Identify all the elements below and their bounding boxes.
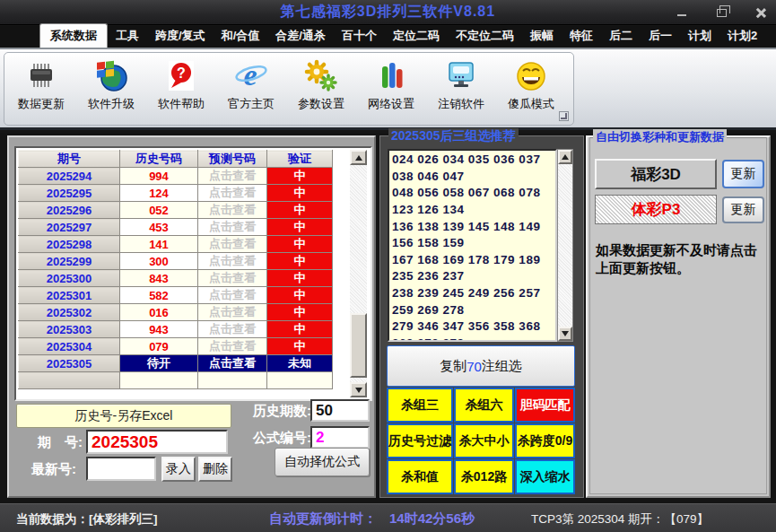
scrollbar-thumb[interactable] bbox=[350, 313, 367, 378]
table-scrollbar[interactable] bbox=[350, 150, 367, 397]
scroll-up-icon[interactable] bbox=[350, 150, 367, 165]
table-row: 2025300843点击查看中 bbox=[19, 270, 333, 287]
period-cell[interactable]: 2025297 bbox=[19, 219, 120, 236]
period-cell[interactable]: 2025299 bbox=[19, 253, 120, 270]
statusbar: 当前数据为：[体彩排列三] 自动更新倒计时：14时42分56秒 TCP3第 20… bbox=[0, 503, 776, 532]
period-cell[interactable]: 2025305 bbox=[19, 355, 120, 372]
tab-hundred-ten[interactable]: 百十个 bbox=[334, 24, 385, 48]
predict-link[interactable]: 点击查看 bbox=[198, 355, 267, 372]
logout-software-button[interactable]: 注销软件 bbox=[426, 55, 496, 123]
table-header-row: 期号 历史号码 预测号码 验证 bbox=[19, 151, 333, 168]
enter-button[interactable]: 录入 bbox=[161, 457, 196, 482]
software-upgrade-button[interactable]: 软件升级 bbox=[76, 55, 146, 123]
predict-link[interactable]: 点击查看 bbox=[198, 185, 267, 202]
tab-plan[interactable]: 计划 bbox=[680, 24, 719, 48]
predict-link[interactable]: 点击查看 bbox=[198, 287, 267, 304]
predict-link[interactable]: 点击查看 bbox=[198, 236, 267, 253]
tool-label: 网络设置 bbox=[368, 96, 414, 112]
period-cell bbox=[19, 372, 120, 389]
scroll-down-icon[interactable] bbox=[350, 382, 367, 397]
restore-button[interactable] bbox=[713, 5, 729, 20]
close-button[interactable] bbox=[753, 5, 769, 20]
chip-icon bbox=[23, 58, 59, 94]
save-excel-button[interactable]: 历史号-另存Excel bbox=[16, 404, 231, 428]
auto-formula-button[interactable]: 自动择优公式 bbox=[275, 448, 370, 476]
tab-position-2code[interactable]: 定位二码 bbox=[385, 24, 448, 48]
tab-span-compound[interactable]: 跨度/复式 bbox=[147, 24, 214, 48]
predict-link[interactable]: 点击查看 bbox=[198, 253, 267, 270]
numbers-scrollbar[interactable] bbox=[557, 149, 573, 342]
history-count-input[interactable]: 50 bbox=[310, 399, 370, 422]
titlebar: 第七感福彩3D排列三软件V8.81 bbox=[0, 0, 776, 25]
minimize-button[interactable] bbox=[674, 5, 690, 20]
verify-cell: 中 bbox=[267, 185, 333, 202]
fucai-3d-button[interactable]: 福彩3D bbox=[595, 159, 717, 189]
kill-group6-button[interactable]: 杀组六 bbox=[454, 388, 514, 423]
history-cell: 300 bbox=[120, 253, 198, 270]
tool-label: 官方主页 bbox=[228, 96, 275, 112]
fool-mode-button[interactable]: 傻瓜模式 bbox=[496, 55, 566, 123]
kill-group3-button[interactable]: 杀组三 bbox=[387, 388, 453, 423]
formula-number-input[interactable]: 2 bbox=[310, 426, 370, 449]
predict-link[interactable]: 点击查看 bbox=[198, 338, 267, 355]
predict-link[interactable]: 点击查看 bbox=[198, 202, 267, 219]
ticai-p3-button[interactable]: 体彩P3 bbox=[595, 195, 717, 224]
scroll-down-icon[interactable] bbox=[558, 327, 572, 341]
period-cell[interactable]: 2025295 bbox=[19, 185, 120, 202]
deep-shrink-button[interactable]: 深入缩水 bbox=[515, 459, 575, 494]
period-cell[interactable]: 2025304 bbox=[19, 338, 120, 355]
table-row: 2025298141点击查看中 bbox=[19, 236, 333, 253]
toolbar-group-expand-icon[interactable] bbox=[559, 111, 569, 121]
tab-plan2[interactable]: 计划2 bbox=[719, 24, 765, 48]
tab-diff-kill[interactable]: 合差/通杀 bbox=[267, 24, 334, 48]
official-homepage-button[interactable]: e 官方主页 bbox=[216, 55, 286, 123]
update-fucai-button[interactable]: 更新 bbox=[722, 160, 764, 188]
history-cell: 052 bbox=[120, 202, 198, 219]
period-cell[interactable]: 2025296 bbox=[19, 202, 120, 219]
kill-big-mid-small-button[interactable]: 杀大中小 bbox=[454, 423, 514, 458]
kill-span-09-button[interactable]: 杀跨度0/9 bbox=[515, 423, 575, 458]
table-row: 2025295124点击查看中 bbox=[19, 185, 333, 202]
history-filter-button[interactable]: 历史号过滤 bbox=[387, 423, 453, 458]
period-cell[interactable]: 2025301 bbox=[19, 287, 120, 304]
group-selection-numbers[interactable]: 024 026 034 035 036 037 038 046 047 048 … bbox=[388, 149, 557, 342]
period-cell[interactable]: 2025298 bbox=[19, 236, 120, 253]
verify-cell: 中 bbox=[267, 168, 333, 185]
toolbar: 数据更新 软件升级 bbox=[0, 48, 776, 130]
predict-link[interactable]: 点击查看 bbox=[198, 304, 267, 321]
tab-nonposition-2code[interactable]: 不定位二码 bbox=[448, 24, 522, 48]
network-settings-button[interactable]: 网络设置 bbox=[356, 55, 426, 123]
parameter-settings-button[interactable]: 参数设置 bbox=[286, 55, 356, 123]
tab-sum-value[interactable]: 和/合值 bbox=[214, 24, 268, 48]
kill-012-road-button[interactable]: 杀012路 bbox=[454, 459, 514, 494]
history-cell: 582 bbox=[120, 287, 198, 304]
copy-70-groups-button[interactable]: 复制70注组选 bbox=[387, 345, 575, 387]
scroll-up-icon[interactable] bbox=[558, 150, 572, 164]
header-period: 期号 bbox=[19, 151, 120, 168]
predict-link[interactable]: 点击查看 bbox=[198, 270, 267, 287]
kill-sum-button[interactable]: 杀和值 bbox=[387, 459, 453, 494]
delete-button[interactable]: 删除 bbox=[198, 457, 232, 482]
predict-link[interactable]: 点击查看 bbox=[198, 321, 267, 338]
period-cell[interactable]: 2025294 bbox=[19, 168, 120, 185]
tab-features[interactable]: 特征 bbox=[562, 24, 601, 48]
software-help-button[interactable]: ? 软件帮助 bbox=[146, 55, 216, 123]
tab-tools[interactable]: 工具 bbox=[108, 24, 147, 48]
period-cell[interactable]: 2025303 bbox=[19, 321, 120, 338]
period-cell[interactable]: 2025302 bbox=[19, 304, 120, 321]
formula-number-label: 公式编号: bbox=[253, 430, 311, 447]
tab-last-one[interactable]: 后一 bbox=[641, 24, 680, 48]
dan-code-match-button[interactable]: 胆码匹配 bbox=[515, 388, 575, 423]
tab-amplitude[interactable]: 振幅 bbox=[522, 24, 562, 48]
pending-row: 2025305待开点击查看未知 bbox=[19, 355, 333, 372]
period-input[interactable]: 2025305 bbox=[86, 430, 228, 454]
data-update-button[interactable]: 数据更新 bbox=[6, 55, 76, 123]
tab-system-data[interactable]: 系统数据 bbox=[39, 23, 108, 48]
predict-link[interactable]: 点击查看 bbox=[198, 219, 267, 236]
tab-last-two[interactable]: 后二 bbox=[601, 24, 641, 48]
predict-link[interactable]: 点击查看 bbox=[198, 168, 267, 185]
update-ticai-button[interactable]: 更新 bbox=[722, 196, 764, 223]
svg-text:?: ? bbox=[177, 65, 186, 81]
latest-number-input[interactable] bbox=[86, 457, 156, 481]
period-cell[interactable]: 2025300 bbox=[19, 270, 120, 287]
